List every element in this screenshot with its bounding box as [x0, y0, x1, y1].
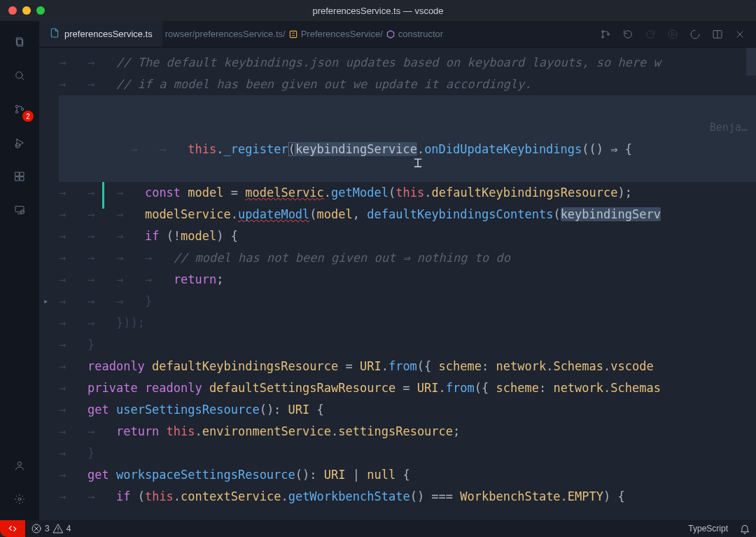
breadcrumb-segment-class: PreferencesService/	[301, 29, 383, 39]
svg-marker-23	[672, 32, 675, 36]
go-forward-icon	[644, 28, 657, 41]
breadcrumb-segment-method: constructor	[398, 29, 443, 39]
extensions-icon[interactable]	[3, 162, 36, 190]
maximize-window-button[interactable]	[36, 6, 45, 15]
run-debug-icon[interactable]	[3, 129, 36, 157]
error-token[interactable]: modelServic	[245, 186, 324, 200]
svg-point-22	[668, 30, 677, 39]
explorer-icon[interactable]	[3, 28, 36, 56]
svg-rect-11	[20, 177, 24, 181]
svg-rect-9	[15, 172, 19, 176]
loading-icon[interactable]	[689, 28, 701, 41]
typescript-file-icon	[49, 27, 60, 41]
titlebar[interactable]: preferencesService.ts — vscode	[0, 0, 756, 21]
window-controls	[0, 6, 45, 15]
remote-explorer-icon[interactable]	[3, 196, 36, 224]
codelens-author[interactable]: Benja…	[710, 117, 748, 139]
error-token[interactable]: updateModl	[238, 207, 309, 221]
problems-indicator[interactable]: 3 4	[25, 523, 76, 534]
svg-point-17	[18, 498, 21, 501]
svg-rect-13	[15, 207, 24, 212]
editor-actions	[589, 21, 756, 47]
window-title: preferencesService.ts — vscode	[312, 6, 443, 16]
language-mode[interactable]: TypeScript	[682, 524, 734, 533]
settings-gear-icon[interactable]	[3, 485, 36, 513]
scm-badge: 2	[22, 111, 34, 122]
run-icon	[666, 28, 679, 41]
minimize-window-button[interactable]	[22, 6, 31, 15]
split-editor-icon[interactable]	[711, 28, 724, 41]
breadcrumb-segment-path: rowser/preferencesService.ts/	[165, 29, 286, 39]
warning-icon	[52, 523, 64, 534]
svg-line-3	[22, 78, 24, 80]
close-editor-icon[interactable]	[734, 28, 746, 41]
svg-point-16	[18, 462, 21, 466]
activity-bar: 2	[0, 21, 39, 520]
search-icon[interactable]	[3, 62, 36, 90]
vscode-window: preferencesService.ts — vscode 2	[0, 0, 756, 537]
svg-rect-10	[15, 177, 19, 181]
error-count: 3	[45, 524, 50, 533]
accounts-icon[interactable]	[3, 452, 36, 480]
breadcrumb[interactable]: rowser/preferencesService.ts/ Preference…	[162, 21, 443, 47]
method-icon	[386, 29, 396, 39]
compare-changes-icon[interactable]	[599, 28, 612, 41]
tab-filename: preferencesService.ts	[64, 29, 153, 39]
error-icon	[31, 523, 42, 534]
tab-bar: preferencesService.ts rowser/preferences…	[39, 21, 756, 48]
code-editor[interactable]: → → // The default keybindings.json upda…	[39, 48, 756, 520]
class-icon	[288, 29, 298, 39]
go-back-icon[interactable]	[622, 28, 634, 41]
editor-tab[interactable]: preferencesService.ts	[39, 21, 162, 47]
fold-indicator-icon[interactable]: ▸	[43, 291, 48, 312]
svg-rect-12	[20, 172, 24, 176]
close-window-button[interactable]	[8, 6, 17, 15]
remote-indicator[interactable]	[0, 520, 25, 537]
status-bar: 3 4 TypeScript	[0, 520, 756, 537]
notifications-icon[interactable]	[734, 523, 756, 534]
warning-count: 4	[66, 524, 71, 533]
source-control-icon[interactable]: 2	[3, 95, 36, 123]
current-line[interactable]: Benja… → → this._register(keybindingServ…	[59, 95, 756, 182]
editor-area: preferencesService.ts rowser/preferences…	[39, 21, 756, 520]
svg-rect-18	[290, 31, 296, 37]
